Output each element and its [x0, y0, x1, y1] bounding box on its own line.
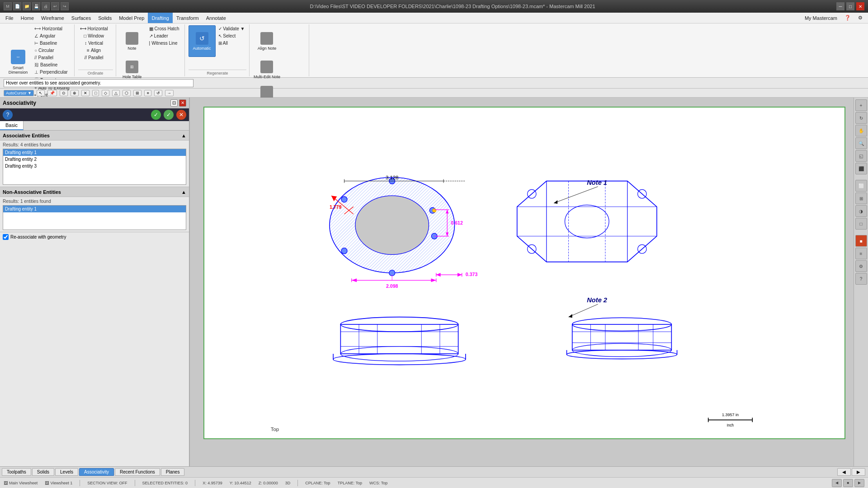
rs-zoom[interactable]: 🔍: [855, 137, 867, 149]
rs-layers[interactable]: ≡: [855, 248, 867, 259]
non-associative-entity-list[interactable]: Drafting entity 1: [3, 205, 186, 230]
menu-drafting[interactable]: Drafting: [148, 13, 173, 23]
cursor-btn-1[interactable]: ↖: [37, 90, 45, 96]
crosshatch-button[interactable]: ▦ Cross Hatch: [147, 25, 181, 32]
status-btn-1[interactable]: ◀: [832, 479, 842, 487]
witness-line-button[interactable]: | Witness Line: [147, 40, 181, 47]
angular-dimension-button[interactable]: ∠ Angular: [33, 33, 71, 39]
cursor-btn-7[interactable]: ◇: [102, 90, 109, 96]
baseline-dimension-button[interactable]: ⊢ Baseline: [33, 40, 71, 47]
align-note-button[interactable]: Align Note: [253, 25, 280, 57]
status-btn-2[interactable]: ■: [843, 479, 853, 487]
parallel-ordinate-button[interactable]: // Parallel: [83, 54, 105, 61]
align-button[interactable]: ≡ Align: [85, 47, 103, 54]
status-btn-3[interactable]: ▶: [854, 479, 864, 487]
cursor-btn-12[interactable]: ↺: [154, 90, 162, 96]
rs-rotate[interactable]: ↻: [855, 112, 867, 124]
multi-edit-button[interactable]: Multi-Edit Note: [253, 57, 280, 82]
entity-item-2[interactable]: Drafting entity 2: [3, 156, 186, 163]
print-button[interactable]: 🖨: [42, 2, 50, 10]
btab-scroll-left[interactable]: ◀: [837, 468, 851, 476]
rs-props[interactable]: ⚙: [855, 260, 867, 272]
leader-button[interactable]: ↗ Leader: [147, 33, 181, 39]
reassociate-checkbox[interactable]: [3, 234, 9, 240]
tab-basic[interactable]: Basic: [0, 121, 24, 130]
btab-associativity[interactable]: Associativity: [79, 468, 114, 476]
rs-view1[interactable]: ◱: [855, 150, 867, 162]
maximize-button[interactable]: □: [846, 2, 854, 10]
menu-surfaces[interactable]: Surfaces: [68, 13, 94, 23]
btab-levels[interactable]: Levels: [55, 468, 78, 476]
cursor-btn-8[interactable]: △: [112, 90, 120, 96]
vertical-ordinate-button[interactable]: ↕ Vertical: [83, 40, 105, 47]
cursor-btn-10[interactable]: ⊞: [133, 90, 142, 96]
cursor-btn-13[interactable]: →: [165, 90, 174, 96]
btab-toolpaths[interactable]: Toolpaths: [2, 468, 31, 476]
rs-grid[interactable]: ⊞: [855, 192, 867, 204]
rs-wire[interactable]: □: [855, 218, 867, 230]
rs-highlight[interactable]: ■: [855, 235, 867, 247]
rs-persp[interactable]: ⬜: [855, 180, 867, 192]
entity-item-3[interactable]: Drafting entity 3: [3, 163, 186, 169]
select-button[interactable]: ↖ Select: [217, 33, 247, 39]
entity-item-1[interactable]: Drafting entity 1: [3, 149, 186, 156]
panel-close-button[interactable]: ✕: [179, 99, 186, 107]
menu-annotate[interactable]: Annotate: [203, 13, 230, 23]
cursor-btn-5[interactable]: ✕: [81, 90, 90, 96]
menu-file[interactable]: File: [2, 13, 17, 23]
menu-solids[interactable]: Solids: [94, 13, 115, 23]
rs-help[interactable]: ?: [855, 273, 867, 285]
save-button[interactable]: 💾: [32, 2, 40, 10]
menu-home[interactable]: Home: [17, 13, 38, 23]
panel-apply-button[interactable]: ✓: [164, 110, 174, 120]
hover-input[interactable]: [4, 79, 193, 87]
rs-view2[interactable]: ⬛: [855, 163, 867, 174]
btab-scroll-right[interactable]: ▶: [852, 468, 865, 476]
panel-ok-button[interactable]: ✓: [151, 110, 161, 120]
cursor-btn-11[interactable]: ≡: [144, 90, 151, 96]
open-button[interactable]: 📁: [23, 2, 31, 10]
panel-restore-button[interactable]: ⊡: [170, 99, 178, 107]
viewsheet1-label[interactable]: Viewsheet 1: [50, 481, 72, 485]
btab-solids[interactable]: Solids: [32, 468, 54, 476]
panel-help-button[interactable]: ?: [3, 110, 13, 120]
horizontal-ordinate-button[interactable]: ⟷ Horizontal: [78, 25, 110, 32]
smart-dimension-button[interactable]: ↔ SmartDimension: [5, 46, 32, 78]
btab-recent-functions[interactable]: Recent Functions: [115, 468, 160, 476]
rs-pan[interactable]: ✋: [855, 125, 867, 136]
menu-help-icon[interactable]: ❓: [841, 13, 854, 23]
circular-dimension-button[interactable]: ○ Circular: [33, 47, 71, 54]
cursor-btn-4[interactable]: ⊕: [71, 90, 79, 96]
cursor-btn-9[interactable]: ⬡: [123, 90, 131, 96]
panel-cancel-button[interactable]: ✕: [176, 110, 186, 120]
menu-settings-icon[interactable]: ⚙: [854, 13, 866, 23]
cursor-btn-6[interactable]: □: [92, 90, 99, 96]
chained-dimension-button[interactable]: ⛓ Baseline: [33, 61, 71, 68]
minimize-button[interactable]: ─: [836, 2, 844, 10]
horizontal-dimension-button[interactable]: ⟷ Horizontal: [33, 25, 71, 32]
redo-button[interactable]: ↪: [61, 2, 69, 10]
menu-wireframe[interactable]: Wireframe: [38, 13, 68, 23]
all-button[interactable]: ⊞ All: [217, 40, 247, 47]
menu-transform[interactable]: Transform: [173, 13, 203, 23]
menu-mymastercam[interactable]: My Mastercam: [801, 13, 841, 23]
new-button[interactable]: 📄: [13, 2, 21, 10]
cursor-btn-2[interactable]: 📌: [47, 90, 57, 96]
viewport[interactable]: + ↻ ✋ 🔍 ◱ ⬛ ⬜ ⊞ ◑ □ ■ ≡ ⚙ ?: [190, 98, 868, 466]
rs-zoom-fit[interactable]: +: [855, 99, 867, 111]
associative-entity-list[interactable]: Drafting entity 1 Drafting entity 2 Draf…: [3, 149, 186, 185]
non-associative-header[interactable]: Non-Associative Entities ▲: [0, 187, 189, 197]
menu-modelprep[interactable]: Model Prep: [115, 13, 148, 23]
non-assoc-entity-item-1[interactable]: Drafting entity 1: [3, 206, 186, 212]
parallel-dimension-button[interactable]: // Parallel: [33, 54, 71, 61]
close-button[interactable]: ✕: [856, 2, 864, 10]
cursor-btn-3[interactable]: ⊙: [60, 90, 68, 96]
undo-button[interactable]: ↩: [51, 2, 59, 10]
btab-planes[interactable]: Planes: [161, 468, 185, 476]
validate-button[interactable]: ✓ Validate ▼: [217, 25, 247, 32]
associative-header[interactable]: Associative Entities ▲: [0, 131, 189, 141]
window-button[interactable]: □ Window: [82, 33, 106, 39]
rs-shading[interactable]: ◑: [855, 205, 867, 217]
note-button[interactable]: Note: [120, 25, 145, 57]
main-viewsheet-label[interactable]: Main Viewsheet: [9, 481, 38, 485]
